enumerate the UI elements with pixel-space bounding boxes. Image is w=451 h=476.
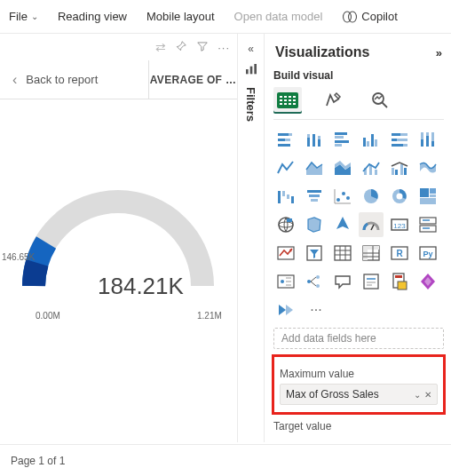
filter-icon[interactable] — [196, 40, 209, 55]
card-icon[interactable]: 123 — [387, 212, 412, 237]
svg-point-112 — [307, 280, 311, 283]
map-icon[interactable] — [273, 212, 298, 237]
build-visual-tab[interactable] — [273, 87, 302, 114]
svg-rect-77 — [430, 194, 436, 197]
gauge-visual[interactable]: 146.65K 184.21K 0.00M 1.21M — [0, 99, 237, 330]
svg-rect-36 — [371, 134, 374, 147]
copilot-button[interactable]: Copilot — [342, 9, 397, 25]
pin-icon[interactable] — [175, 40, 187, 55]
svg-point-74 — [397, 194, 403, 200]
donut-chart-icon[interactable] — [387, 184, 412, 209]
chevron-right-icon[interactable]: » — [436, 46, 442, 60]
file-menu[interactable]: File ⌄ — [9, 10, 38, 23]
line-stacked-column-icon[interactable] — [359, 155, 384, 180]
add-data-fields-placeholder[interactable]: Add data fields here — [273, 328, 444, 349]
svg-rect-55 — [375, 170, 377, 175]
maximum-value-field[interactable]: Max of Gross Sales ⌄ ✕ — [280, 384, 438, 405]
svg-point-80 — [279, 222, 293, 227]
format-visual-tab[interactable] — [320, 87, 348, 114]
filters-label: Filters — [244, 87, 257, 122]
more-visuals-icon[interactable]: ··· — [302, 298, 327, 322]
treemap-chart-icon[interactable] — [415, 184, 440, 209]
decomposition-tree-icon[interactable] — [302, 269, 327, 294]
kpi-icon[interactable] — [273, 241, 298, 266]
azure-map-icon[interactable] — [330, 212, 355, 237]
svg-point-67 — [336, 198, 340, 202]
clustered-column-chart-icon[interactable] — [359, 127, 384, 152]
visualizations-pane: Visualizations » Build visual — [265, 34, 451, 442]
svg-rect-49 — [431, 141, 434, 147]
gauge-max-label: 1.21M — [197, 311, 222, 321]
svg-rect-39 — [392, 133, 400, 136]
svg-rect-66 — [311, 199, 318, 202]
visual-title-bar: ‹ Back to report AVERAGE OF … — [0, 60, 237, 99]
svg-point-108 — [281, 280, 284, 283]
gauge-chart-icon[interactable] — [359, 212, 384, 237]
line-clustered-column-icon[interactable] — [387, 155, 412, 180]
drill-flat-icon[interactable]: ⇄ — [155, 40, 166, 54]
matrix-icon[interactable] — [359, 241, 384, 266]
build-mode-tabs — [273, 87, 444, 114]
svg-point-68 — [342, 192, 345, 195]
svg-rect-27 — [313, 134, 315, 147]
analytics-tab[interactable] — [366, 87, 394, 114]
waterfall-chart-icon[interactable] — [273, 184, 298, 209]
svg-rect-43 — [392, 144, 403, 147]
svg-rect-29 — [318, 136, 320, 139]
svg-rect-22 — [278, 139, 285, 141]
back-to-report-button[interactable]: ‹ Back to report — [0, 72, 148, 88]
area-chart-icon[interactable] — [302, 155, 327, 180]
filters-pane-collapsed[interactable]: « Filters — [238, 34, 265, 442]
target-value-label: Target value — [273, 420, 444, 432]
r-visual-icon[interactable]: R — [387, 241, 412, 266]
scatter-chart-icon[interactable] — [330, 184, 355, 209]
svg-rect-16 — [289, 103, 291, 105]
python-visual-icon[interactable]: Py — [415, 241, 440, 266]
svg-rect-123 — [398, 282, 407, 290]
svg-rect-62 — [287, 194, 289, 199]
svg-line-115 — [311, 277, 316, 282]
svg-text:Py: Py — [423, 250, 432, 258]
svg-rect-34 — [363, 138, 366, 147]
svg-rect-57 — [395, 170, 398, 175]
multi-row-card-icon[interactable] — [415, 212, 440, 237]
stacked-bar-chart-icon[interactable] — [273, 127, 298, 152]
reading-view-button[interactable]: Reading view — [58, 10, 127, 23]
svg-rect-61 — [282, 191, 285, 196]
clustered-bar-chart-icon[interactable] — [330, 127, 355, 152]
gauge-min-label: 0.00M — [36, 311, 60, 321]
key-influencers-icon[interactable] — [273, 269, 298, 294]
visual-type-grid: 123 R Py ··· — [273, 127, 444, 322]
svg-point-113 — [316, 275, 320, 279]
line-chart-icon[interactable] — [273, 155, 298, 180]
stacked-area-chart-icon[interactable] — [330, 155, 355, 180]
mobile-layout-button[interactable]: Mobile layout — [146, 10, 215, 23]
ribbon-chart-icon[interactable] — [415, 155, 440, 180]
svg-rect-3 — [249, 67, 252, 75]
chevron-down-icon[interactable]: ⌄ — [414, 390, 421, 400]
pie-chart-icon[interactable] — [359, 184, 384, 209]
table-icon[interactable] — [330, 241, 355, 266]
svg-rect-12 — [289, 99, 291, 101]
smart-narrative-icon[interactable] — [359, 269, 384, 294]
remove-field-icon[interactable]: ✕ — [424, 390, 431, 400]
svg-rect-59 — [404, 168, 407, 175]
power-apps-icon[interactable] — [415, 269, 440, 294]
svg-rect-117 — [364, 274, 378, 289]
qa-visual-icon[interactable] — [330, 269, 355, 294]
hundred-stacked-column-icon[interactable] — [415, 127, 440, 152]
stacked-column-chart-icon[interactable] — [302, 127, 327, 152]
more-options-icon[interactable]: ··· — [218, 41, 230, 54]
svg-rect-9 — [293, 96, 296, 98]
svg-rect-28 — [318, 139, 320, 147]
visual-header-toolbar: ⇄ ··· — [0, 34, 237, 60]
funnel-chart-icon[interactable] — [302, 184, 327, 209]
svg-line-19 — [382, 102, 387, 107]
svg-rect-92 — [335, 246, 351, 260]
power-automate-icon[interactable] — [273, 298, 298, 322]
paginated-report-icon[interactable] — [387, 269, 412, 294]
filled-map-icon[interactable] — [302, 212, 327, 237]
slicer-icon[interactable] — [302, 241, 327, 266]
svg-point-69 — [346, 196, 350, 200]
hundred-stacked-bar-icon[interactable] — [387, 127, 412, 152]
